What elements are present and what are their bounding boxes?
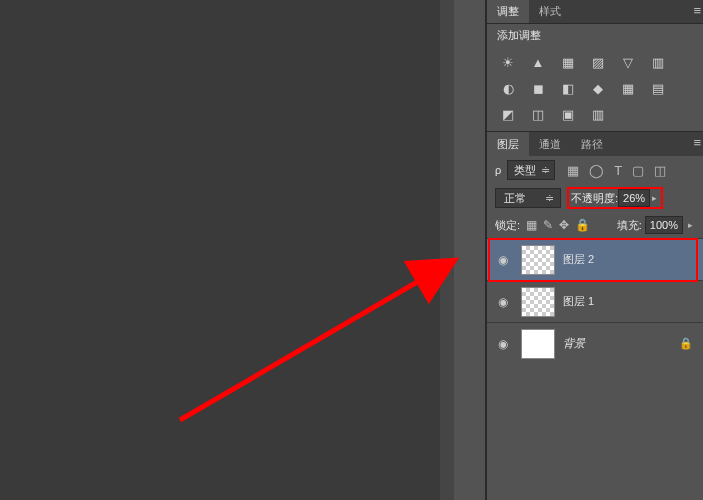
lock-icons: ▦ ✎ ✥ 🔒	[526, 218, 590, 232]
lock-transparency-icon[interactable]: ▦	[526, 218, 537, 232]
adj-gradient-map-icon[interactable]: ▣	[557, 105, 579, 123]
layer-filter-row: ρ 类型 ▦ ◯ T ▢ ◫	[487, 156, 703, 184]
add-adjustment-label: 添加调整	[487, 24, 703, 47]
fill-group: 填充: 100% ▸	[617, 216, 695, 234]
adjustment-icon-grid: ☀ ▲ ▦ ▨ ▽ ▥ ◐ ◼ ◧ ◆ ▦ ▤ ◩ ◫ ▣ ▥	[487, 47, 703, 131]
adj-photo-filter-icon[interactable]: ◧	[557, 79, 579, 97]
filter-pixel-icon[interactable]: ▦	[567, 163, 579, 178]
layer-name[interactable]: 图层 2	[563, 252, 697, 267]
adj-vibrance-icon[interactable]: ▽	[617, 53, 639, 71]
canvas-area[interactable]	[0, 0, 440, 500]
layers-list: ◉ 图层 2 ◉ 图层 1 ◉ 背景 🔒	[487, 238, 703, 364]
fill-field[interactable]: 100%	[645, 216, 683, 234]
opacity-highlight: 不透明度: 26% ▸	[567, 187, 663, 209]
fill-arrow-icon[interactable]: ▸	[686, 220, 695, 230]
adj-brightness-icon[interactable]: ☀	[497, 53, 519, 71]
adj-threshold-icon[interactable]: ◫	[527, 105, 549, 123]
adjustments-tabs: 调整 样式 ≡	[487, 0, 703, 24]
tab-layers[interactable]: 图层	[487, 132, 529, 156]
fill-label: 填充:	[617, 218, 642, 233]
adj-posterize-icon[interactable]: ◩	[497, 105, 519, 123]
tab-styles[interactable]: 样式	[529, 0, 571, 23]
visibility-toggle-icon[interactable]: ◉	[493, 337, 513, 351]
adj-balance-icon[interactable]: ◐	[497, 79, 519, 97]
lock-row: 锁定: ▦ ✎ ✥ 🔒 填充: 100% ▸	[487, 212, 703, 238]
filter-adjustment-icon[interactable]: ◯	[589, 163, 604, 178]
adj-exposure-icon[interactable]: ▨	[587, 53, 609, 71]
layer-thumbnail[interactable]	[521, 245, 555, 275]
filter-smart-icon[interactable]: ◫	[654, 163, 666, 178]
tab-paths[interactable]: 路径	[571, 132, 613, 156]
layers-panel-menu-icon[interactable]: ≡	[693, 135, 701, 150]
layer-row[interactable]: ◉ 图层 2	[487, 238, 703, 280]
opacity-arrow-icon[interactable]: ▸	[650, 193, 659, 203]
layer-row[interactable]: ◉ 图层 1	[487, 280, 703, 322]
filter-kind-dropdown[interactable]: 类型	[507, 160, 555, 180]
adj-bw-icon[interactable]: ◼	[527, 79, 549, 97]
lock-label: 锁定:	[495, 218, 520, 233]
panel-menu-icon[interactable]: ≡	[693, 3, 701, 18]
adj-channel-mixer-icon[interactable]: ◆	[587, 79, 609, 97]
filter-icons: ▦ ◯ T ▢ ◫	[567, 163, 666, 178]
layer-name[interactable]: 背景	[563, 336, 679, 351]
lock-image-icon[interactable]: ✎	[543, 218, 553, 232]
adj-color-lookup-icon[interactable]: ▦	[617, 79, 639, 97]
blend-opacity-row: 正常 不透明度: 26% ▸	[487, 184, 703, 212]
adj-hue-icon[interactable]: ▥	[647, 53, 669, 71]
panel-gutter	[454, 0, 486, 500]
blend-mode-dropdown[interactable]: 正常	[495, 188, 561, 208]
layer-thumbnail[interactable]	[521, 287, 555, 317]
lock-icon: 🔒	[679, 337, 697, 350]
filter-type-icon[interactable]: T	[614, 163, 622, 178]
side-panel: 调整 样式 ≡ 添加调整 ☀ ▲ ▦ ▨ ▽ ▥ ◐ ◼ ◧ ◆ ▦ ▤ ◩ ◫…	[486, 0, 703, 500]
tab-adjustments[interactable]: 调整	[487, 0, 529, 23]
scrollbar-track[interactable]	[440, 0, 454, 500]
adj-invert-icon[interactable]: ▤	[647, 79, 669, 97]
lock-position-icon[interactable]: ✥	[559, 218, 569, 232]
tab-channels[interactable]: 通道	[529, 132, 571, 156]
layer-thumbnail[interactable]	[521, 329, 555, 359]
adj-levels-icon[interactable]: ▲	[527, 53, 549, 71]
layer-row[interactable]: ◉ 背景 🔒	[487, 322, 703, 364]
opacity-field[interactable]: 26%	[618, 189, 650, 207]
adj-selective-color-icon[interactable]: ▥	[587, 105, 609, 123]
layer-name[interactable]: 图层 1	[563, 294, 697, 309]
opacity-label: 不透明度:	[571, 191, 618, 206]
lock-all-icon[interactable]: 🔒	[575, 218, 590, 232]
visibility-toggle-icon[interactable]: ◉	[493, 295, 513, 309]
layers-tabs: 图层 通道 路径 ≡	[487, 132, 703, 156]
filter-shape-icon[interactable]: ▢	[632, 163, 644, 178]
visibility-toggle-icon[interactable]: ◉	[493, 253, 513, 267]
adj-curves-icon[interactable]: ▦	[557, 53, 579, 71]
